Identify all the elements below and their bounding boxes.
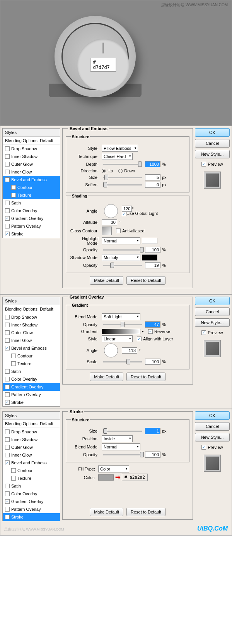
style-color-overlay[interactable]: Color Overlay [3, 490, 60, 498]
style-drop-shadow[interactable]: Drop Shadow [3, 428, 60, 436]
style-texture[interactable]: Texture [3, 191, 60, 199]
style-stroke[interactable]: Stroke [3, 398, 60, 406]
style-contour[interactable]: Contour [3, 467, 60, 474]
checkbox[interactable] [5, 162, 10, 167]
soften-input[interactable]: 0 [145, 182, 160, 188]
checkbox[interactable] [5, 201, 10, 205]
size-slider[interactable] [103, 177, 142, 178]
cancel-button[interactable]: Cancel [195, 422, 230, 431]
style-outer-glow[interactable]: Outer Glow [3, 443, 60, 451]
checkbox[interactable] [5, 154, 10, 159]
blend-mode-select[interactable]: Soft Light [102, 313, 140, 320]
cancel-button[interactable]: Cancel [195, 307, 230, 316]
scale-input[interactable]: 100 [145, 359, 160, 365]
checkbox[interactable] [11, 185, 16, 190]
checkbox[interactable] [5, 208, 10, 213]
fill-type-select[interactable]: Color [98, 465, 129, 472]
make-default-button[interactable]: Make Default [90, 276, 123, 285]
make-default-button[interactable]: Make Default [90, 508, 123, 516]
blending-options-item[interactable]: Blending Options: Default [3, 137, 60, 145]
angle-dial[interactable] [104, 343, 118, 357]
cancel-button[interactable]: Cancel [195, 139, 230, 148]
style-texture[interactable]: Texture [3, 360, 60, 368]
direction-up-radio[interactable] [102, 169, 106, 173]
preview-checkbox[interactable] [201, 330, 206, 335]
new-style-button[interactable]: New Style... [195, 150, 230, 158]
preview-checkbox[interactable] [201, 445, 206, 450]
checkbox[interactable] [5, 224, 10, 228]
style-outer-glow[interactable]: Outer Glow [3, 329, 60, 337]
stroke-size-slider[interactable] [103, 431, 142, 432]
direction-down-radio[interactable] [118, 169, 123, 173]
position-select[interactable]: Inside [102, 435, 133, 442]
style-drop-shadow[interactable]: Drop Shadow [3, 145, 60, 153]
style-outer-glow[interactable]: Outer Glow [3, 160, 60, 168]
highlight-mode-select[interactable]: Normal [102, 237, 140, 244]
checkbox[interactable] [11, 193, 16, 197]
ok-button[interactable]: OK [195, 297, 230, 305]
gradient-style-select[interactable]: Linear [102, 335, 133, 342]
style-inner-shadow[interactable]: Inner Shadow [3, 153, 60, 160]
stroke-blend-select[interactable]: Normal [102, 443, 140, 450]
depth-input[interactable]: 1000 [145, 161, 160, 167]
checkbox[interactable] [5, 177, 10, 182]
stroke-color-swatch[interactable] [98, 474, 114, 481]
style-gradient-overlay[interactable]: Gradient Overlay [3, 383, 60, 391]
shadow-mode-select[interactable]: Multiply [102, 254, 140, 261]
checkbox[interactable] [5, 170, 10, 174]
new-style-button[interactable]: New Style... [195, 318, 230, 327]
style-inner-glow[interactable]: Inner Glow [3, 451, 60, 459]
style-color-overlay[interactable]: Color Overlay [3, 207, 60, 215]
style-stroke[interactable]: Stroke [3, 513, 60, 521]
style-inner-glow[interactable]: Inner Glow [3, 168, 60, 176]
style-texture[interactable]: Texture [3, 474, 60, 482]
ok-button[interactable]: OK [195, 128, 230, 137]
ok-button[interactable]: OK [195, 411, 230, 420]
global-light-checkbox[interactable] [122, 211, 126, 216]
reset-default-button[interactable]: Reset to Default [126, 508, 165, 516]
style-contour[interactable]: Contour [3, 184, 60, 191]
opacity-input[interactable]: 47 [145, 321, 160, 328]
gradient-picker[interactable] [102, 329, 140, 334]
checkbox[interactable] [5, 232, 10, 236]
make-default-button[interactable]: Make Default [90, 373, 123, 381]
checkbox[interactable] [5, 146, 10, 151]
style-inner-shadow[interactable]: Inner Shadow [3, 321, 60, 329]
style-satin[interactable]: Satin [3, 368, 60, 375]
hl-opacity-slider[interactable] [103, 249, 142, 251]
new-style-button[interactable]: New Style... [195, 433, 230, 441]
gloss-contour[interactable] [102, 227, 112, 235]
preview-checkbox[interactable] [201, 162, 206, 167]
style-pattern-overlay[interactable]: Pattern Overlay [3, 222, 60, 230]
depth-slider[interactable] [103, 164, 142, 165]
style-stroke[interactable]: Stroke [3, 230, 60, 238]
angle-dial[interactable] [104, 204, 118, 218]
style-inner-glow[interactable]: Inner Glow [3, 337, 60, 344]
antialiased-checkbox[interactable] [116, 228, 121, 233]
angle-input[interactable]: 113 [122, 347, 137, 354]
sh-opacity-input[interactable]: 19 [145, 262, 160, 268]
reset-default-button[interactable]: Reset to Default [126, 276, 165, 285]
size-input[interactable]: 5 [145, 174, 160, 180]
checkbox[interactable] [5, 216, 10, 221]
hl-opacity-input[interactable]: 100 [145, 247, 160, 253]
technique-select[interactable]: Chisel Hard [102, 153, 133, 160]
style-bevel-emboss[interactable]: Bevel and Emboss [3, 344, 60, 352]
style-drop-shadow[interactable]: Drop Shadow [3, 313, 60, 321]
style-gradient-overlay[interactable]: Gradient Overlay [3, 498, 60, 505]
altitude-input[interactable]: 30 [102, 219, 117, 225]
stroke-size-input[interactable]: 1 [145, 428, 160, 434]
style-bevel-emboss[interactable]: Bevel and Emboss [3, 459, 60, 467]
stroke-opacity-slider[interactable] [103, 454, 142, 455]
style-pattern-overlay[interactable]: Pattern Overlay [3, 505, 60, 513]
style-inner-shadow[interactable]: Inner Shadow [3, 436, 60, 443]
opacity-slider[interactable] [103, 324, 142, 325]
highlight-color[interactable] [142, 238, 157, 244]
style-satin[interactable]: Satin [3, 482, 60, 490]
style-gradient-overlay[interactable]: Gradient Overlay [3, 215, 60, 222]
style-color-overlay[interactable]: Color Overlay [3, 375, 60, 383]
soften-slider[interactable] [103, 184, 142, 185]
style-satin[interactable]: Satin [3, 199, 60, 207]
sh-opacity-slider[interactable] [103, 265, 142, 266]
reverse-checkbox[interactable] [148, 329, 153, 334]
